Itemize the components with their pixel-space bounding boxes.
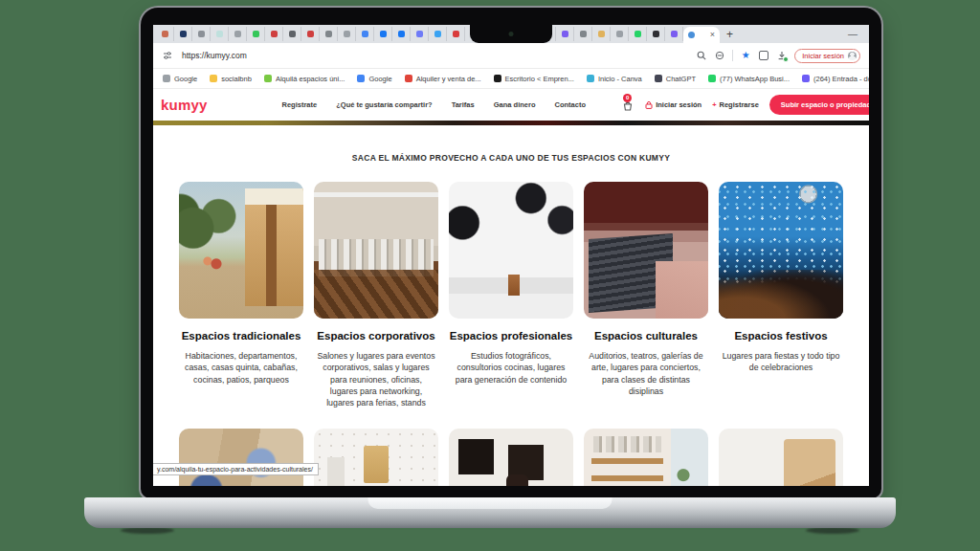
bookmark-label: Google	[368, 75, 391, 83]
tab-favicon	[398, 31, 405, 37]
card-image-espacios-profesionales[interactable]	[449, 182, 573, 319]
tab-favicon	[580, 31, 587, 37]
section-heading: SACA EL MÁXIMO PROVECHO A CADA UNO DE TU…	[153, 153, 869, 163]
laptop-foot-shadow	[121, 527, 174, 534]
bookmark-star-icon[interactable]: ★	[740, 50, 751, 61]
browser-tab[interactable]	[574, 27, 592, 41]
browser-tab[interactable]	[592, 27, 611, 41]
browser-tab[interactable]	[338, 27, 356, 41]
card-image-row2-4[interactable]	[584, 429, 708, 486]
zoom-icon[interactable]	[696, 50, 707, 61]
browser-tab[interactable]	[301, 27, 320, 41]
card-title: Espacios culturales	[584, 330, 708, 342]
bookmark-item[interactable]: socialbnb	[210, 75, 252, 83]
browser-tab[interactable]	[265, 27, 283, 41]
bookmark-item[interactable]: ChatGPT	[655, 75, 696, 83]
card-image-espacios-corporativos[interactable]	[314, 182, 438, 319]
tab-favicon	[416, 31, 423, 37]
browser-tab[interactable]	[611, 27, 629, 41]
card-title: Espacios corporativos	[314, 330, 438, 342]
tab-favicon	[635, 31, 641, 37]
tab-close-icon[interactable]: ×	[710, 31, 715, 39]
browser-tab[interactable]	[629, 27, 647, 41]
bookmark-favicon	[163, 75, 170, 82]
card-description: Lugares para fiestas y todo tipo de cele…	[719, 350, 843, 374]
browser-tab[interactable]	[156, 27, 174, 41]
upload-space-button[interactable]: Subir espacio o propiedad	[769, 95, 869, 115]
card-espacios-festivos[interactable]: Espacios festivos Lugares para fiestas y…	[719, 182, 843, 409]
active-tab[interactable]: ×	[683, 27, 720, 43]
site-login-link[interactable]: Iniciar sesión	[645, 100, 702, 109]
nav-contacto[interactable]: Contacto	[554, 100, 586, 109]
new-tab-button[interactable]: +	[726, 29, 733, 40]
browser-tab[interactable]	[374, 27, 392, 41]
tab-favicon	[216, 31, 223, 37]
card-image-espacios-festivos[interactable]	[719, 182, 843, 319]
card-image-espacios-culturales[interactable]	[584, 182, 708, 319]
browser-tab[interactable]	[411, 27, 429, 41]
bookmark-item[interactable]: (264) Entrada - dco...	[802, 75, 869, 83]
card-image-espacios-tradicionales[interactable]	[179, 182, 303, 319]
browser-tab[interactable]	[192, 27, 211, 41]
card-image-row2-5[interactable]	[719, 429, 843, 486]
browser-tab[interactable]	[447, 27, 465, 41]
browser-tab[interactable]	[647, 27, 665, 41]
nav-registrate[interactable]: Registrate	[282, 100, 318, 109]
nav-tarifas[interactable]: Tarifas	[452, 100, 475, 109]
card-image-row2-1[interactable]	[179, 429, 303, 486]
chrome-profile-button[interactable]: Iniciar sesión	[794, 49, 860, 63]
tab-favicon	[234, 31, 241, 37]
site-register-link[interactable]: + Registrarse	[712, 100, 759, 109]
site-settings-icon[interactable]	[162, 50, 173, 61]
browser-tab[interactable]	[392, 27, 411, 41]
nav-gana-dinero[interactable]: Gana dinero	[494, 100, 536, 109]
browser-tab[interactable]	[283, 27, 301, 41]
bookmark-label: (264) Entrada - dco...	[813, 75, 869, 83]
nav-que-compartir[interactable]: ¿Qué te gustaría compartir?	[336, 100, 432, 109]
download-icon[interactable]	[776, 50, 788, 61]
browser-tab[interactable]	[320, 27, 338, 41]
blocked-content-icon[interactable]	[714, 50, 725, 61]
category-cards: Espacios tradicionales Habitaciones, dep…	[153, 182, 869, 409]
card-espacios-profesionales[interactable]: Espacios profesionales Estudios fotográf…	[449, 182, 573, 409]
bookmark-item[interactable]: (77) WhatsApp Busi...	[708, 75, 790, 83]
bookmark-item[interactable]: Alquilá espacios úni...	[264, 75, 345, 83]
card-description: Estudios fotográficos, consultorios coci…	[449, 350, 573, 386]
link-preview-statusbar: y.com/alquila-tu-espacio-para-actividade…	[153, 463, 319, 475]
macbook-notch	[470, 8, 552, 43]
bookmark-favicon	[264, 75, 272, 82]
browser-tab[interactable]	[556, 27, 574, 41]
site-register-label: Registrarse	[720, 100, 759, 109]
browser-tab[interactable]	[665, 27, 683, 41]
card-image-row2-3[interactable]	[449, 429, 573, 486]
card-espacios-tradicionales[interactable]: Espacios tradicionales Habitaciones, dep…	[179, 182, 303, 409]
browser-tab[interactable]	[174, 27, 192, 41]
bookmark-item[interactable]: Google	[357, 75, 391, 83]
tab-favicon	[162, 31, 168, 37]
card-espacios-corporativos[interactable]: Espacios corporativos Salones y lugares …	[314, 182, 438, 409]
bookmark-item[interactable]: Inicio - Canva	[587, 75, 642, 83]
browser-tab[interactable]	[247, 27, 265, 41]
cart-count-badge: 0	[623, 94, 632, 102]
browser-tab[interactable]	[229, 27, 247, 41]
bookmark-item[interactable]: Alquiler y venta de...	[405, 75, 481, 83]
hero-image-strip	[153, 121, 869, 125]
browser-tab[interactable]	[211, 27, 229, 41]
browser-tab[interactable]	[429, 27, 447, 41]
site-nav: Registrate ¿Qué te gustaría compartir? T…	[282, 100, 586, 109]
browser-tab[interactable]	[356, 27, 374, 41]
tab-favicon	[671, 31, 678, 37]
card-espacios-culturales[interactable]: Espacios culturales Auditorios, teatros,…	[584, 182, 708, 409]
side-panel-icon[interactable]	[758, 50, 769, 61]
cart-icon[interactable]: 0	[621, 99, 635, 112]
tab-favicon	[325, 31, 332, 37]
bookmark-label: Google	[174, 75, 197, 83]
address-bar-url[interactable]: https://kumyy.com	[182, 51, 247, 60]
bookmark-item[interactable]: Escritorio < Empren...	[494, 75, 574, 83]
minimize-icon[interactable]: —	[848, 29, 858, 39]
site-logo[interactable]: kumyy	[161, 97, 208, 113]
bookmark-favicon	[708, 75, 716, 82]
bookmark-item[interactable]: Google	[163, 75, 197, 83]
card-image-row2-2[interactable]	[314, 429, 438, 486]
tab-favicon	[616, 31, 623, 37]
